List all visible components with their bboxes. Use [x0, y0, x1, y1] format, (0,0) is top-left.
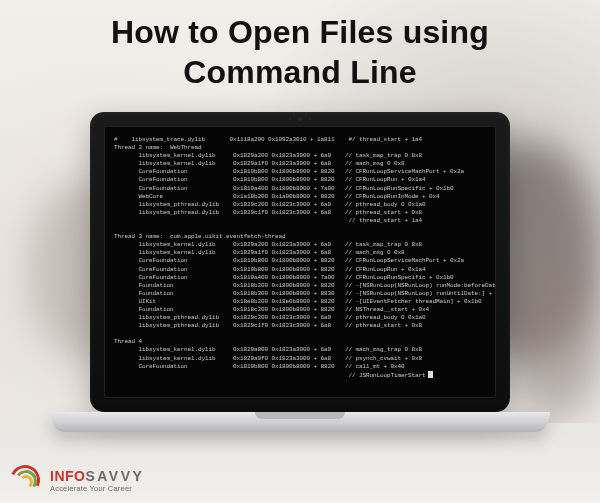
- brand-logo: INFOSAVVY Accelerate Your Career: [10, 467, 144, 495]
- brand-word-savvy: SAVVY: [85, 468, 144, 484]
- terminal-cursor-icon: [428, 371, 433, 378]
- title-line-1: How to Open Files using: [111, 14, 489, 50]
- logo-swoosh-icon: [10, 467, 44, 495]
- laptop-illustration: # libsystem_trace.dylib 0x1118a200 0x109…: [90, 112, 510, 432]
- laptop-screen: # libsystem_trace.dylib 0x1118a200 0x109…: [104, 126, 496, 398]
- laptop-lid: # libsystem_trace.dylib 0x1118a200 0x109…: [90, 112, 510, 412]
- brand-tagline: Accelerate Your Career: [50, 485, 144, 493]
- title-line-2: Command Line: [183, 54, 417, 90]
- webcam-icon: [298, 117, 302, 121]
- background-blur-figure: [510, 260, 600, 420]
- brand-name: INFOSAVVY: [50, 469, 144, 483]
- laptop-base: [50, 412, 550, 432]
- terminal-text: # libsystem_trace.dylib 0x1118a200 0x109…: [114, 136, 496, 379]
- page-title: How to Open Files using Command Line: [0, 12, 600, 92]
- logo-text: INFOSAVVY Accelerate Your Career: [50, 469, 144, 493]
- brand-word-info: INFO: [50, 468, 85, 484]
- terminal-output: # libsystem_trace.dylib 0x1118a200 0x109…: [114, 136, 486, 388]
